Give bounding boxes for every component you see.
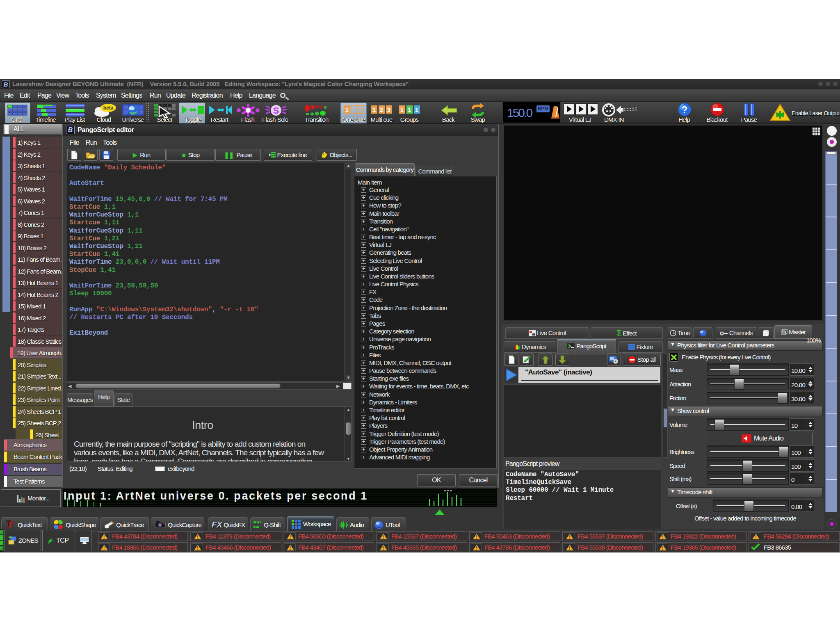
svg-text:1: 1	[400, 106, 404, 113]
svg-text:2: 2	[380, 106, 383, 113]
svg-text:1: 1	[415, 106, 418, 113]
svg-text:S: S	[273, 105, 279, 116]
svg-text:3: 3	[387, 106, 390, 113]
svg-text:1: 1	[408, 106, 411, 113]
svg-text:beta: beta	[103, 105, 114, 111]
svg-text:?: ?	[682, 104, 688, 115]
svg-text:1: 1	[345, 106, 349, 113]
svg-text:1: 1	[372, 106, 376, 113]
